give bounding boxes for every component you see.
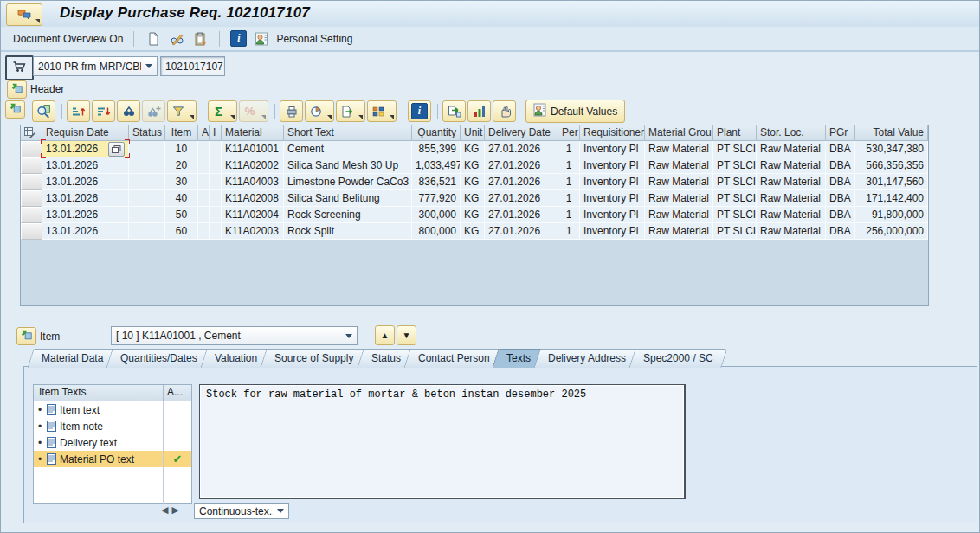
text-item-item-note[interactable]: •Item note [34,418,191,434]
cell-total_value[interactable]: 530,347,380 [855,141,928,157]
cell-total_value[interactable]: 256,000,000 [855,223,928,240]
cell-short_text[interactable]: Limestone Powder CaCo3 [284,174,412,190]
adopt-button[interactable] [442,100,466,122]
cell-per[interactable]: 1 [558,174,580,190]
cell-i[interactable] [210,223,222,240]
column-header-item[interactable]: Item [165,125,198,141]
cell-status[interactable] [129,157,165,174]
cell-i[interactable] [210,157,222,174]
cell-unit[interactable]: KG [461,157,485,174]
cell-requisn_date[interactable]: 13.01.2026 [42,207,129,223]
row-select-cell[interactable] [21,141,42,157]
cell-requisitioner[interactable]: Inventory Pl [580,207,645,223]
cell-total_value[interactable]: 91,800,000 [855,207,928,223]
cell-delivery_date[interactable]: 27.01.2026 [485,157,558,174]
layout-button[interactable] [367,100,397,122]
cell-pgr[interactable]: DBA [826,157,855,174]
cell-requisn_date[interactable]: 13.01.2026 [42,223,129,240]
cell-short_text[interactable]: Silica Sand Belitung [284,190,412,207]
cell-per[interactable]: 1 [558,141,580,157]
cell-delivery_date[interactable]: 27.01.2026 [485,174,558,190]
personal-setting-icon[interactable] [253,30,270,48]
cell-i[interactable] [210,190,222,207]
cell-per[interactable]: 1 [558,157,580,174]
column-header-i[interactable]: I [210,125,222,141]
cell-plant[interactable]: PT SLCI [713,141,757,157]
cell-status[interactable] [129,141,165,157]
cell-quantity[interactable]: 800,000 [412,223,461,240]
cell-quantity[interactable]: 836,521 [412,174,461,190]
next-item-button[interactable]: ▼ [397,325,416,345]
text-type-select[interactable]: Continuous-tex... [194,503,289,519]
cell-i[interactable] [210,141,222,157]
column-header-per[interactable]: Per [558,125,580,141]
cell-plant[interactable]: PT SLCI [713,157,757,174]
services-for-object-button[interactable] [6,3,42,26]
cell-plant[interactable]: PT SLCI [713,207,757,223]
copy-icon[interactable] [191,30,209,48]
row-select-cell[interactable] [21,157,42,174]
cell-stor_loc[interactable]: Raw Material [757,223,826,240]
cell-requisitioner[interactable]: Inventory Pl [580,190,645,207]
column-header-pgr[interactable]: PGr [826,125,855,141]
item-detail-collapse-button[interactable] [16,327,36,345]
cell-per[interactable]: 1 [558,190,580,207]
cell-delivery_date[interactable]: 27.01.2026 [485,223,558,240]
cell-delivery_date[interactable]: 27.01.2026 [485,190,558,207]
find-next-button[interactable] [142,100,165,122]
cell-total_value[interactable]: 171,142,400 [855,190,928,207]
cell-unit[interactable]: KG [461,174,485,190]
cell-material_group[interactable]: Raw Material [645,190,713,207]
cell-item[interactable]: 40 [165,190,198,207]
column-header-requisitioner[interactable]: Requisitioner [580,125,645,141]
cell-material[interactable]: K11A02002 [222,157,284,174]
cell-delivery_date[interactable]: 27.01.2026 [485,207,558,223]
cell-unit[interactable]: KG [461,207,485,223]
cell-quantity[interactable]: 855,399 [412,141,461,157]
cell-requisitioner[interactable]: Inventory Pl [580,174,645,190]
tab-source-of-supply[interactable]: Source of Supply [261,349,369,368]
cell-item[interactable]: 50 [165,207,198,223]
filter-button[interactable] [167,100,197,122]
document-type-select[interactable]: 2010 PR frm MRP/CBP [33,56,158,76]
cell-material_group[interactable]: Raw Material [645,157,713,174]
export-button[interactable] [336,100,365,122]
cell-per[interactable]: 1 [558,223,580,240]
create-document-icon[interactable] [145,30,162,48]
cell-pgr[interactable]: DBA [826,207,855,223]
personal-setting-label[interactable]: Personal Setting [276,33,352,45]
cell-requisitioner[interactable]: Inventory Pl [580,157,645,174]
cell-requisn_date[interactable]: 13.01.2026 [42,157,129,174]
cell-status[interactable] [129,223,165,240]
cell-requisn_date[interactable]: 13.01.2026 [42,174,129,190]
cell-plant[interactable]: PT SLCI [713,223,757,240]
column-header-status[interactable]: Status [129,125,165,141]
column-header-total_value[interactable]: Total Value [855,125,928,141]
header-expand-button[interactable] [7,80,27,99]
tab-quantities-dates[interactable]: Quantities/Dates [106,349,212,368]
cell-pgr[interactable]: DBA [826,174,855,190]
cell-material[interactable]: K11A01001 [222,141,284,157]
scroll-left-icon[interactable]: ◀ [161,505,168,515]
cell-a[interactable] [198,207,210,223]
cell-unit[interactable]: KG [461,141,485,157]
cell-status[interactable] [129,174,165,190]
focused-date-cell[interactable]: 13.01.2026 [42,141,129,157]
cell-a[interactable] [198,157,210,174]
cell-short_text[interactable]: Cement [284,141,412,157]
column-header-quantity[interactable]: Quantity [412,125,461,141]
document-overview-button[interactable]: Document Overview On [13,33,123,45]
column-header-plant[interactable]: Plant [713,125,757,141]
sum-button[interactable]: Σ [208,100,237,122]
cell-item[interactable]: 20 [165,157,198,174]
cell-requisitioner[interactable]: Inventory Pl [580,141,645,157]
row-select-cell[interactable] [21,174,42,190]
cell-requisn_date[interactable]: 13.01.2026 [42,190,129,207]
text-item-delivery-text[interactable]: •Delivery text [34,434,191,451]
column-header-select-all[interactable] [21,125,42,141]
tab-material-data[interactable]: Material Data [27,349,118,368]
print-button[interactable] [280,100,303,122]
cell-item[interactable]: 10 [165,141,198,157]
cell-short_text[interactable]: Rock Screening [284,207,412,223]
cell-total_value[interactable]: 566,356,356 [855,157,928,174]
